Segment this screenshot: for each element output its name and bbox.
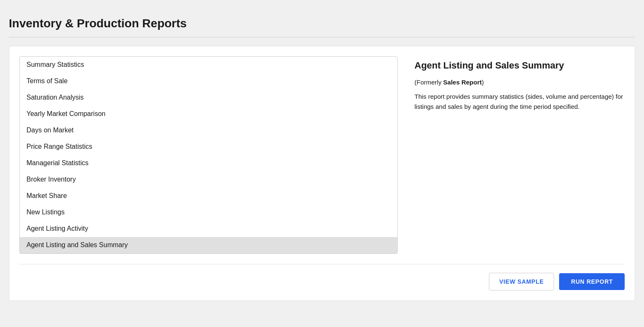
list-item[interactable]: New Listings	[20, 204, 397, 221]
page-title: Inventory & Production Reports	[9, 8, 635, 37]
content-area: Summary StatisticsTerms of SaleSaturatio…	[19, 56, 625, 254]
run-report-button[interactable]: RUN REPORT	[559, 273, 625, 290]
detail-description: This report provides summary statistics …	[414, 92, 625, 112]
detail-title: Agent Listing and Sales Summary	[414, 60, 625, 72]
detail-formerly: (Formerly Sales Report)	[414, 79, 625, 86]
list-item[interactable]: Terms of Sale	[20, 73, 397, 90]
list-item[interactable]: Agent Listing Activity	[20, 221, 397, 237]
formerly-suffix: )	[482, 79, 484, 86]
list-item[interactable]: Days on Market	[20, 122, 397, 139]
view-sample-button[interactable]: VIEW SAMPLE	[489, 273, 554, 290]
formerly-bold: Sales Report	[443, 79, 482, 86]
list-item[interactable]: Price Range Statistics	[20, 139, 397, 155]
list-item[interactable]: Summary Statistics	[20, 57, 397, 73]
divider	[9, 37, 635, 37]
list-item[interactable]: Market Share	[20, 188, 397, 204]
formerly-prefix: (Formerly	[414, 79, 443, 86]
list-item[interactable]: Broker Inventory	[20, 171, 397, 188]
list-item[interactable]: Managerial Statistics	[20, 155, 397, 171]
page-wrapper: Inventory & Production Reports Summary S…	[9, 8, 635, 319]
footer-area: VIEW SAMPLE RUN REPORT	[19, 264, 625, 290]
report-list: Summary StatisticsTerms of SaleSaturatio…	[19, 56, 398, 254]
list-item[interactable]: Agent Listing and Sales Summary	[20, 237, 397, 253]
detail-panel: Agent Listing and Sales Summary (Formerl…	[414, 56, 625, 254]
main-card: Summary StatisticsTerms of SaleSaturatio…	[9, 46, 635, 301]
list-item[interactable]: Yearly Market Comparison	[20, 106, 397, 122]
list-item[interactable]: Saturation Analysis	[20, 90, 397, 106]
